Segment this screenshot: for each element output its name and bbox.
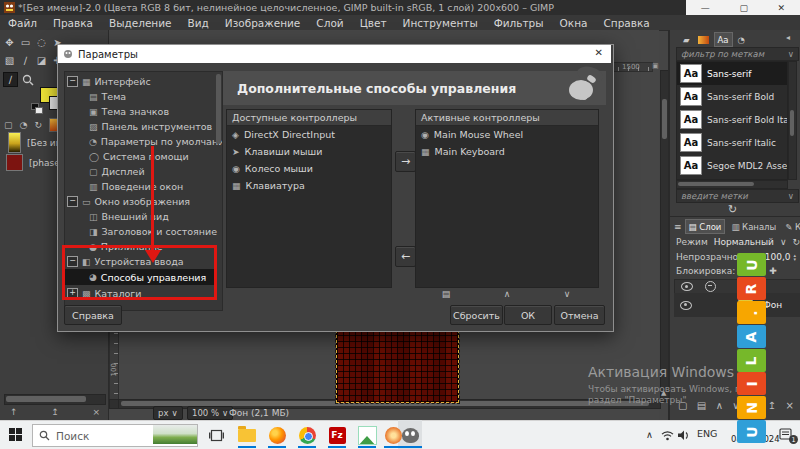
file-explorer-icon[interactable] xyxy=(236,424,258,446)
dock-menu-icon[interactable]: ≡ xyxy=(674,222,682,232)
tree-item-title-status[interactable]: ◨ Заголовок и состояние xyxy=(67,224,217,239)
refresh-fonts-icon[interactable]: ↻ xyxy=(728,203,737,216)
speaker-icon[interactable] xyxy=(678,430,690,441)
tab-paths[interactable]: ✎ Контуры xyxy=(782,220,800,233)
menu-layer[interactable]: Слой xyxy=(308,17,351,29)
anchor-layer-icon[interactable]: ↥ xyxy=(768,400,776,411)
notifications-icon[interactable]: 1 xyxy=(779,428,793,441)
move-down-icon[interactable]: ∨ xyxy=(564,289,571,299)
menu-filters[interactable]: Фильтры xyxy=(486,17,552,29)
font-item-sans-serif-bold-italic[interactable]: Aa Sans-serif Bold Italic xyxy=(677,108,787,131)
tree-scrollbar[interactable] xyxy=(216,74,221,144)
menu-view[interactable]: Вид xyxy=(180,17,217,29)
maximize-icon[interactable]: ▢ xyxy=(739,3,748,13)
tree-item-window-management[interactable]: ▥ Поведение окон xyxy=(67,179,183,194)
photo-viewer-icon[interactable] xyxy=(356,424,378,446)
free-select-tool-icon[interactable]: ◌ xyxy=(35,36,48,49)
bucket-fill-tool-icon[interactable]: ▧ xyxy=(3,54,16,67)
dialog-titlebar[interactable]: Параметры ✕ xyxy=(58,45,611,63)
wifi-icon[interactable] xyxy=(661,430,674,441)
rect-select-tool-icon[interactable]: ▭ xyxy=(19,36,32,49)
gimp-taskbar-icon[interactable] xyxy=(399,424,421,446)
unit-dropdown[interactable]: px∨ xyxy=(153,406,183,420)
menu-windows[interactable]: Окна xyxy=(552,17,596,29)
list-item-mouse-buttons[interactable]: ➤ Клавиши мыши xyxy=(227,143,391,160)
brushes-tab-icon[interactable]: ▰ xyxy=(680,33,693,46)
move-left-button[interactable]: ← xyxy=(395,246,416,267)
zoom-dropdown[interactable]: 100 %∨ xyxy=(187,406,233,420)
start-button[interactable] xyxy=(9,428,22,441)
reset-button[interactable]: Сбросить xyxy=(450,305,503,325)
lock-alpha-icon[interactable]: ✚ xyxy=(769,266,777,276)
font-tags-input[interactable]: введите метки ∨ xyxy=(676,189,799,203)
chrome-icon[interactable] xyxy=(296,424,318,446)
tree-item-image-window[interactable]: − ▭ Окно изображения xyxy=(67,194,190,209)
tree-item-help-system[interactable]: ◯ Система помощи xyxy=(67,149,189,164)
help-button[interactable]: Справка xyxy=(64,305,122,325)
menu-file[interactable]: Файл xyxy=(0,17,45,29)
menu-image[interactable]: Изображение xyxy=(217,17,309,29)
menu-colors[interactable]: Цвет xyxy=(352,17,395,29)
tree-item-toolbox[interactable]: ▨ Панель инструментов xyxy=(67,119,212,134)
search-highlight-image[interactable] xyxy=(153,425,197,444)
list-item-main-mouse-wheel[interactable]: ◉ Main Mouse Wheel xyxy=(416,126,598,143)
tab-layers[interactable]: ▤ Слои xyxy=(685,219,726,234)
menu-help[interactable]: Справка xyxy=(595,17,657,29)
dialog-close-icon[interactable]: ✕ xyxy=(595,47,603,58)
mode-dropdown[interactable]: Нормальный xyxy=(714,237,774,247)
tree-item-icon-theme[interactable]: ▣ Тема значков xyxy=(67,104,169,119)
language-indicator[interactable]: ENG xyxy=(697,428,717,439)
firefox-icon[interactable] xyxy=(266,424,288,446)
delete-layer-icon[interactable]: × xyxy=(786,400,794,411)
tree-item-theme[interactable]: ▤ Тема xyxy=(67,89,126,104)
tray-expand-icon[interactable]: ∧ xyxy=(646,429,653,440)
move-tool-icon[interactable]: ✥ xyxy=(3,36,16,49)
mode-switch-icon[interactable]: ↻ xyxy=(793,237,800,247)
layer-visibility-icon[interactable] xyxy=(680,301,692,310)
menu-edit[interactable]: Правка xyxy=(45,17,101,29)
swap-colors-icon[interactable] xyxy=(35,107,43,114)
list-item-keyboard[interactable]: ▦ Клавиатура xyxy=(227,177,391,194)
selected-pencil-tool-icon[interactable]: ∕ xyxy=(3,72,18,87)
tree-item-default-params[interactable]: ◔ Параметры по умолчанию xyxy=(67,134,223,149)
images-tab-icon[interactable]: ▢ xyxy=(4,120,13,130)
font-filter-input[interactable]: фильтр по меткам ∨ xyxy=(676,47,799,61)
list-item-main-keyboard[interactable]: ▦ Main Keyboard xyxy=(416,143,598,160)
images-dock-scrollbar[interactable] xyxy=(4,394,106,405)
move-up-icon[interactable]: ∧ xyxy=(504,289,511,299)
expander-icon[interactable]: − xyxy=(67,196,78,207)
menu-tools[interactable]: Инструменты xyxy=(395,17,486,29)
zoom-tool-icon[interactable] xyxy=(22,74,34,86)
gradients-tab-icon[interactable] xyxy=(695,33,712,46)
move-right-button[interactable]: → xyxy=(395,151,416,172)
dock-collapse-icon[interactable]: ◂ xyxy=(786,33,790,42)
pencil-tool-icon[interactable]: ∕ xyxy=(19,54,32,67)
expander-icon[interactable]: − xyxy=(67,76,78,87)
eraser-tool-icon[interactable]: ◪ xyxy=(35,54,48,67)
list-item-mouse-wheel[interactable]: ◉ Колесо мыши xyxy=(227,160,391,177)
document-history-tab-icon[interactable]: ◔ xyxy=(20,120,28,130)
font-item-sans-serif[interactable]: Aa Sans-serif xyxy=(677,62,787,85)
chevron-down-icon[interactable]: ∨ xyxy=(780,237,787,247)
delete-image-icon[interactable]: × xyxy=(92,407,100,417)
fonts-tab[interactable]: Aa xyxy=(714,32,733,47)
raise-image-icon[interactable]: ↑ xyxy=(10,407,18,417)
tree-item-display[interactable]: ▢ Дисплей xyxy=(67,164,145,179)
task-view-icon[interactable] xyxy=(205,424,227,446)
minimize-icon[interactable]: — xyxy=(701,3,710,13)
font-item-sans-serif-italic[interactable]: Aa Sans-serif Italic xyxy=(677,131,787,154)
close-icon[interactable]: ✕ xyxy=(778,3,786,13)
open-image-icon[interactable]: ↥ xyxy=(51,407,59,417)
tree-item-interface[interactable]: − ▦ Интерфейс xyxy=(67,74,151,89)
list-item-directx[interactable]: ◈ DirectX DirectInput xyxy=(227,126,391,143)
canvas-image[interactable] xyxy=(336,330,459,403)
document-history-tab-icon[interactable]: ◔ xyxy=(735,33,748,46)
menu-select[interactable]: Выделение xyxy=(101,17,180,29)
font-list-hscrollbar[interactable] xyxy=(676,180,788,189)
cancel-button[interactable]: Отмена xyxy=(554,305,605,325)
undo-history-tab-icon[interactable]: ↻ xyxy=(34,120,42,130)
taskbar-search[interactable]: Поиск xyxy=(32,424,198,447)
edit-controller-icon[interactable]: ▤ xyxy=(442,289,451,299)
opacity-spinner[interactable]: ▴▾ xyxy=(793,253,796,261)
ok-button[interactable]: ОК xyxy=(504,305,552,325)
